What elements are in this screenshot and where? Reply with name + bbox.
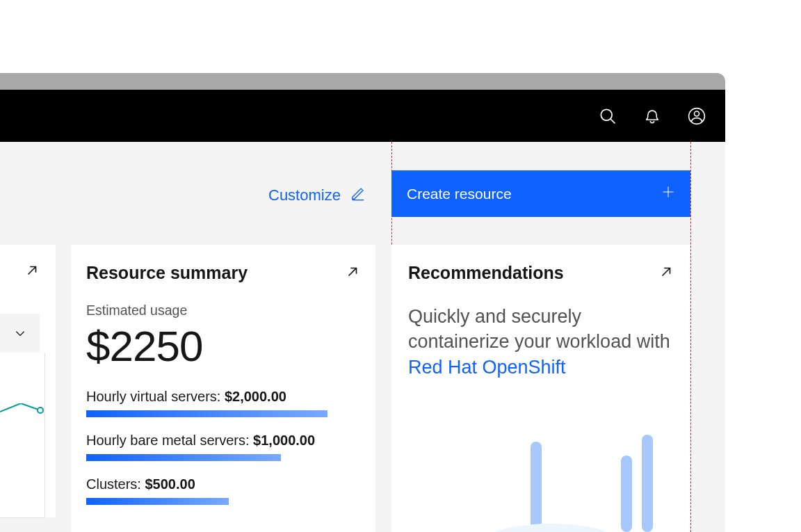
progress-bar (86, 498, 229, 505)
line-item-label: Hourly bare metal servers: (86, 433, 253, 448)
line-item-label: Clusters: (86, 476, 145, 492)
recommendation-text: Quickly and securely containerize your w… (408, 304, 674, 380)
svg-rect-10 (642, 435, 653, 532)
line-item: Hourly bare metal servers: $1,000.00 (86, 433, 360, 461)
line-item-value: $2,000.00 (225, 389, 286, 404)
line-item: Clusters: $500.00 (86, 476, 360, 505)
expand-icon[interactable] (345, 264, 360, 282)
recommendations-title: Recommendations (408, 263, 564, 283)
line-item-value: $1,000.00 (253, 433, 315, 448)
expand-icon[interactable] (658, 264, 674, 282)
bell-icon[interactable] (631, 95, 674, 138)
illustration (433, 421, 670, 532)
expand-icon[interactable] (24, 263, 40, 281)
create-resource-button[interactable]: Create resource (391, 170, 690, 217)
resource-summary-card: Resource summary Estimated usage $2250 H… (71, 245, 375, 532)
svg-rect-9 (621, 456, 632, 532)
estimated-amount: $2250 (86, 321, 360, 371)
progress-bar (86, 454, 281, 461)
line-item-value: $500.00 (145, 476, 195, 492)
svg-line-1 (610, 119, 615, 123)
recommendations-card: Recommendations Quickly and securely con… (391, 245, 690, 532)
recommendation-link[interactable]: Red Hat OpenShift (408, 357, 566, 378)
line-item-label: Hourly virtual servers: (86, 389, 225, 404)
line-item: Hourly virtual servers: $2,000.00 (86, 389, 360, 417)
app-bar (0, 90, 725, 142)
recommendation-prefix: Quickly and securely containerize your w… (408, 306, 670, 352)
search-icon[interactable] (586, 95, 629, 138)
edit-icon (350, 186, 366, 205)
create-resource-label: Create resource (407, 186, 512, 202)
guide-line-right (690, 142, 691, 532)
svg-point-3 (695, 111, 699, 116)
customize-label: Customize (268, 186, 341, 204)
mini-chart (0, 353, 45, 518)
browser-chrome (0, 73, 725, 90)
svg-point-11 (489, 524, 614, 532)
svg-rect-8 (531, 442, 542, 532)
estimated-usage-label: Estimated usage (86, 303, 360, 319)
progress-bar (86, 410, 327, 417)
svg-point-7 (38, 408, 43, 413)
svg-point-0 (601, 109, 612, 120)
plus-icon (661, 185, 675, 202)
customize-link[interactable]: Customize (268, 186, 366, 205)
dropdown-toggle[interactable] (0, 314, 40, 353)
user-icon[interactable] (675, 95, 718, 138)
resource-summary-title: Resource summary (86, 263, 248, 283)
